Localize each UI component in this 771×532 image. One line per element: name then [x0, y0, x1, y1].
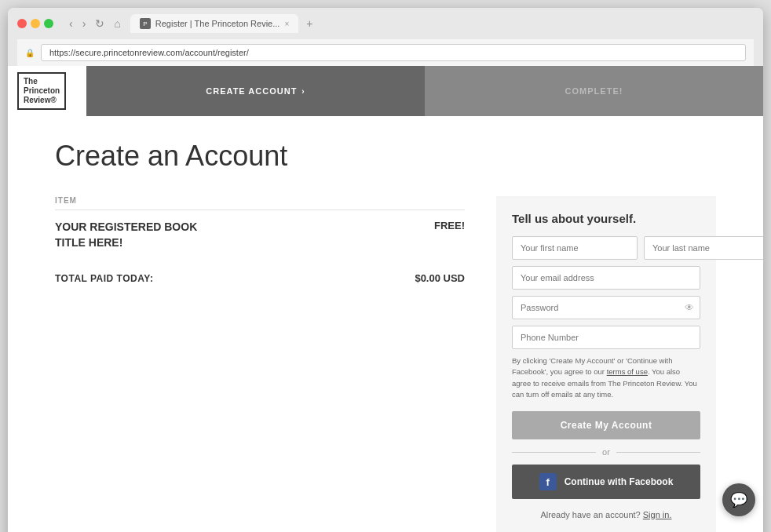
sign-in-link[interactable]: Sign in.: [643, 510, 672, 519]
refresh-button[interactable]: ↻: [92, 16, 108, 31]
home-button[interactable]: ⌂: [111, 16, 123, 31]
total-row: TOTAL PAID TODAY: $0.00 USD: [55, 266, 465, 284]
address-bar[interactable]: https://secure.princetonreview.com/accou…: [41, 44, 746, 61]
facebook-button-label: Continue with Facebook: [565, 476, 674, 487]
order-row: YOUR REGISTERED BOOK TITLE HERE! FREE!: [55, 220, 465, 250]
minimize-window-btn[interactable]: [31, 19, 40, 28]
page-title: Create an Account: [55, 140, 716, 173]
or-label: or: [602, 447, 610, 457]
step-create-account: CREATE ACCOUNT ›: [86, 66, 425, 116]
book-title: YOUR REGISTERED BOOK TITLE HERE!: [55, 220, 197, 250]
already-account-text: Already have an account? Sign in.: [512, 510, 700, 519]
phone-input[interactable]: [512, 326, 700, 349]
price-label: FREE!: [434, 220, 465, 231]
password-input[interactable]: [512, 296, 700, 319]
terms-link[interactable]: terms of use: [607, 367, 648, 376]
forward-button[interactable]: ›: [79, 16, 90, 31]
progress-steps: CREATE ACCOUNT › COMPLETE!: [86, 66, 763, 116]
divider-left: [512, 452, 596, 453]
main-content: Create an Account ITEM YOUR REGISTERED B…: [8, 116, 763, 532]
site-header: The Princeton Review® CREATE ACCOUNT › C…: [8, 66, 763, 116]
password-toggle-icon[interactable]: 👁: [685, 302, 694, 313]
terms-text: By clicking 'Create My Account' or 'Cont…: [512, 355, 700, 400]
facebook-icon: f: [539, 473, 557, 490]
last-name-input[interactable]: [644, 236, 763, 260]
close-window-btn[interactable]: [17, 19, 27, 28]
chat-icon: 💬: [730, 491, 747, 508]
content-layout: ITEM YOUR REGISTERED BOOK TITLE HERE! FR…: [55, 196, 716, 532]
tab-label: Register | The Princeton Revie...: [155, 19, 280, 28]
registration-form-panel: Tell us about yourself. 👁 By clicking 'C…: [496, 196, 716, 532]
form-title: Tell us about yourself.: [512, 212, 700, 225]
maximize-window-btn[interactable]: [44, 19, 53, 28]
left-panel: ITEM YOUR REGISTERED BOOK TITLE HERE! FR…: [55, 196, 465, 284]
step-arrow-icon: ›: [301, 87, 305, 96]
step-complete: COMPLETE!: [425, 66, 763, 116]
or-divider: or: [512, 447, 700, 457]
url-text: https://secure.princetonreview.com/accou…: [49, 48, 249, 57]
logo: The Princeton Review®: [17, 72, 66, 110]
chat-button[interactable]: 💬: [722, 483, 755, 516]
name-row: [512, 236, 700, 260]
tab-close-icon[interactable]: ×: [284, 20, 289, 28]
logo-area[interactable]: The Princeton Review®: [8, 66, 86, 116]
window-controls: [17, 19, 53, 28]
email-input[interactable]: [512, 266, 700, 290]
create-account-button[interactable]: Create My Account: [512, 411, 700, 439]
item-column-header: ITEM: [55, 196, 465, 210]
back-button[interactable]: ‹: [66, 16, 76, 31]
browser-tab[interactable]: P Register | The Princeton Revie... ×: [130, 14, 298, 33]
first-name-input[interactable]: [512, 236, 638, 260]
total-label: TOTAL PAID TODAY:: [55, 273, 153, 284]
new-tab-button[interactable]: +: [300, 14, 319, 33]
lock-icon: 🔒: [25, 49, 35, 57]
facebook-button[interactable]: f Continue with Facebook: [512, 465, 700, 499]
divider-right: [616, 452, 700, 453]
tab-favicon: P: [140, 18, 151, 29]
password-wrapper: 👁: [512, 296, 700, 319]
total-amount: $0.00 USD: [415, 272, 465, 284]
